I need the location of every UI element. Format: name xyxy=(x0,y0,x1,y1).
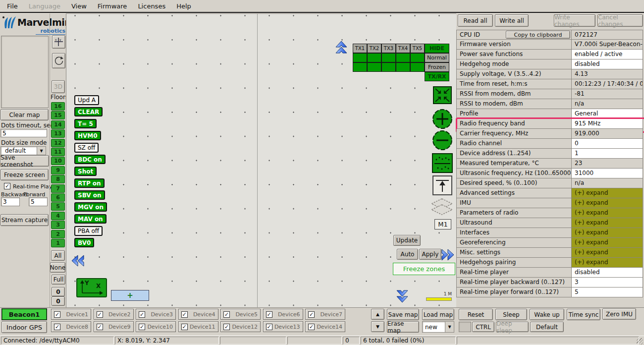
deep-sleep-button[interactable]: Deep sleep xyxy=(496,322,529,332)
setting-value[interactable]: 919.000 xyxy=(572,129,643,139)
floors-zero-button-1[interactable]: 0 xyxy=(52,287,65,296)
device-toggle-device9[interactable]: Device9 xyxy=(94,321,134,332)
setting-value[interactable]: (+) expand xyxy=(572,248,643,258)
setting-value[interactable]: -81 xyxy=(572,89,643,99)
setting-value[interactable]: V7.000i Super-Beacon-2 xyxy=(572,40,643,50)
device-checkbox[interactable] xyxy=(223,311,230,318)
setting-value[interactable]: disabled xyxy=(572,268,643,278)
map-toggle-bdc-on[interactable]: BDC on xyxy=(74,155,106,164)
device-checkbox[interactable] xyxy=(266,311,272,318)
upload-button[interactable] xyxy=(432,175,452,195)
device-checkbox[interactable] xyxy=(54,311,60,318)
device-checkbox[interactable] xyxy=(223,324,230,330)
device-toggle-device12[interactable]: Device12 xyxy=(220,321,261,332)
tx-side-normal[interactable]: Normal xyxy=(425,53,449,62)
device-toggle-device4[interactable]: Device4 xyxy=(178,309,218,320)
tx-header-cell[interactable]: TX3 xyxy=(381,44,396,53)
device-toggle-device3[interactable]: Device3 xyxy=(136,309,176,320)
map-toggle-shot[interactable]: Shot xyxy=(74,167,97,176)
map-toggle-sbv-on[interactable]: SBV on xyxy=(74,190,105,200)
map-toggle-bv0[interactable]: BV0 xyxy=(74,238,94,247)
save-screenshot-button[interactable]: Save screenshot xyxy=(0,155,49,167)
device-toggle-device14[interactable]: Device14 xyxy=(305,321,345,332)
dots-timeout-input[interactable] xyxy=(0,129,47,137)
setting-value[interactable]: 23 xyxy=(572,159,643,169)
fit-to-screen-button[interactable] xyxy=(433,86,452,104)
layers-button[interactable] xyxy=(430,198,454,219)
ctrl-button[interactable]: CTRL xyxy=(472,322,494,332)
floor-button-6[interactable]: 6 xyxy=(51,193,65,202)
chevron-down-icon[interactable]: ▼ xyxy=(445,322,454,332)
setting-value[interactable]: (+) expand xyxy=(572,238,643,248)
load-map-button[interactable]: Load map xyxy=(422,309,454,320)
freeze-zones-button[interactable]: Freeze zones xyxy=(393,263,455,275)
device-toggle-device11[interactable]: Device11 xyxy=(178,321,218,332)
setting-value[interactable]: 00:12:23 / 17:40:34 / 0 xyxy=(572,79,643,89)
save-map-button[interactable]: Save map xyxy=(387,309,419,320)
setting-value[interactable]: n/a xyxy=(572,178,643,188)
freeze-screen-button[interactable]: Freeze screen xyxy=(0,169,49,180)
axis-origin-button[interactable]: Y X xyxy=(76,278,107,297)
forward-input[interactable] xyxy=(29,197,48,206)
device-checkbox[interactable] xyxy=(308,311,315,318)
tx-state-cell[interactable] xyxy=(367,53,381,62)
setting-value[interactable]: (+) expand xyxy=(572,218,643,228)
floor-button-12[interactable]: 12 xyxy=(51,139,65,147)
setting-value[interactable]: (+) expand xyxy=(572,228,643,238)
setting-value[interactable]: (+) expand xyxy=(572,198,643,208)
erase-map-button[interactable]: Erase map xyxy=(387,321,419,333)
sleep-button[interactable]: Sleep xyxy=(495,309,527,320)
device-toggle-device2[interactable]: Device2 xyxy=(94,309,134,320)
setting-value[interactable]: 915 MHz xyxy=(572,119,643,129)
map-toggle-t-5[interactable]: T= 5 xyxy=(74,119,97,128)
floors-zero-button-2[interactable]: 0 xyxy=(52,296,65,306)
setting-value[interactable]: (+) expand xyxy=(572,258,643,268)
floor-button-10[interactable]: 10 xyxy=(51,157,65,165)
tx-header-cell[interactable]: TX1 xyxy=(353,44,367,53)
floor-button-16[interactable]: 16 xyxy=(51,102,65,111)
menu-file[interactable]: File xyxy=(5,1,20,11)
floors-none-button[interactable]: None xyxy=(50,262,65,273)
device-toggle-device5[interactable]: Device5 xyxy=(220,309,261,320)
expand-down-icon[interactable] xyxy=(395,289,409,304)
wake-up-button[interactable]: Wake up xyxy=(530,309,564,320)
collapse-up-icon[interactable] xyxy=(334,39,348,54)
map-toggle-pba-off[interactable]: PBA off xyxy=(74,226,103,236)
device-checkbox[interactable] xyxy=(139,324,145,330)
device-checkbox[interactable] xyxy=(181,324,188,330)
setting-value[interactable]: enabled / active xyxy=(572,50,643,59)
device-checkbox[interactable] xyxy=(97,311,103,318)
devices-scroll-up-button[interactable]: ▲ xyxy=(371,309,384,320)
device-toggle-device8[interactable]: Device8 xyxy=(51,321,91,332)
setting-value[interactable]: General xyxy=(572,109,643,119)
indoor-gps-tab-button[interactable]: Indoor GPS xyxy=(1,321,47,333)
rotate-tool-button[interactable] xyxy=(52,53,65,68)
write-all-button[interactable]: Write all xyxy=(495,14,529,27)
device-toggle-device7[interactable]: Device7 xyxy=(305,309,345,320)
tx-state-cell[interactable] xyxy=(396,53,410,62)
menu-view[interactable]: View xyxy=(69,1,89,11)
device-toggle-device6[interactable]: Device6 xyxy=(263,309,303,320)
zero-imu-button[interactable]: Zero IMU xyxy=(602,308,636,320)
tx-state-cell[interactable] xyxy=(353,62,367,72)
tx-state-cell[interactable] xyxy=(381,53,396,62)
tx-header-cell[interactable]: TX5 xyxy=(410,44,425,53)
device-checkbox[interactable] xyxy=(54,324,60,330)
floor-button-15[interactable]: 15 xyxy=(51,111,65,119)
reset-button[interactable]: Reset xyxy=(459,309,493,320)
zoom-in-button[interactable] xyxy=(432,109,453,129)
device-checkbox[interactable] xyxy=(266,324,272,330)
apply-button[interactable]: Apply xyxy=(419,249,441,260)
tx-state-cell[interactable] xyxy=(381,62,396,72)
floor-button-5[interactable]: 5 xyxy=(51,202,65,211)
map-toggle-sz-off[interactable]: SZ off xyxy=(74,143,99,153)
setting-value[interactable]: 3 xyxy=(572,278,643,288)
floor-button-13[interactable]: 13 xyxy=(51,129,65,138)
read-all-button[interactable]: Read all xyxy=(458,14,493,27)
menu-licenses[interactable]: Licenses xyxy=(136,1,167,11)
tx-state-cell[interactable] xyxy=(410,53,425,62)
setting-value[interactable]: (+) expand xyxy=(572,208,643,218)
device-checkbox[interactable] xyxy=(308,324,315,330)
cancel-changes-button[interactable]: Cancel changes xyxy=(597,14,643,27)
collapse-left-icon[interactable] xyxy=(70,254,85,268)
